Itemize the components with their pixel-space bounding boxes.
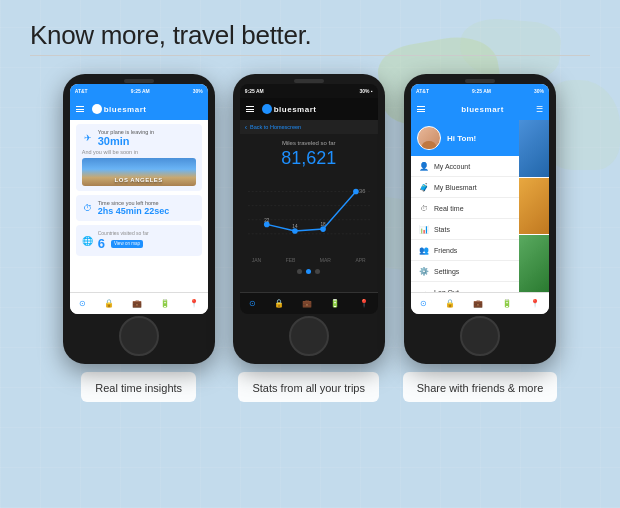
phone1-logo-icon xyxy=(92,104,102,114)
phone1-status-bar: AT&T 9:25 AM 30% xyxy=(70,84,208,98)
phones-row: AT&T 9:25 AM 30% bluesmart xyxy=(63,74,558,493)
phone2-tab-location-icon[interactable]: 📍 xyxy=(359,299,369,308)
headline-divider xyxy=(30,55,590,56)
phone1-navbar: bluesmart xyxy=(70,98,208,120)
phone1-caption: Real time insights xyxy=(95,382,182,394)
phone1-departure-card: ✈ Your plane is leaving in 30min And you… xyxy=(76,124,202,191)
tab-battery-icon[interactable]: 🔋 xyxy=(160,299,170,308)
tab-lock-icon[interactable]: 🔒 xyxy=(104,299,114,308)
phone2-tab-lock-icon[interactable]: 🔒 xyxy=(274,299,284,308)
phone2-back-chevron-icon: ‹ xyxy=(245,124,247,131)
phone3-menu-stats-label: Stats xyxy=(434,226,450,233)
phone3-navbar: bluesmart ☰ xyxy=(411,98,549,120)
tab-home-icon[interactable]: ⊙ xyxy=(79,299,86,308)
phone1-time: 9:25 AM xyxy=(131,88,150,94)
tab-location-icon[interactable]: 📍 xyxy=(189,299,199,308)
stats-icon: 📊 xyxy=(419,224,429,234)
phone1-wrapper: AT&T 9:25 AM 30% bluesmart xyxy=(63,74,215,402)
bag-icon: 🧳 xyxy=(419,182,429,192)
phone1-app-name: bluesmart xyxy=(104,105,147,114)
phone2-navbar: bluesmart xyxy=(240,98,378,120)
phone1-hamburger-icon xyxy=(76,106,84,112)
phone3-tab-battery-icon[interactable]: 🔋 xyxy=(502,299,512,308)
plane-icon: ✈ xyxy=(82,132,94,144)
phone3-thumb2 xyxy=(519,178,549,235)
phone3-tab-bag-icon[interactable]: 💼 xyxy=(473,299,483,308)
phone2-dots xyxy=(248,269,370,274)
settings-icon: ⚙️ xyxy=(419,266,429,276)
phone3-menu-realtime-label: Real time xyxy=(434,205,464,212)
phone1-caption-box: Real time insights xyxy=(81,372,196,402)
chart-label-jan: JAN xyxy=(252,257,261,263)
phone2-tab-home-icon[interactable]: ⊙ xyxy=(249,299,256,308)
dot3 xyxy=(315,269,320,274)
phone2-caption: Stats from all your trips xyxy=(252,382,364,394)
phone3-tab-home-icon[interactable]: ⊙ xyxy=(420,299,427,308)
phone3-menu-settings-label: Settings xyxy=(434,268,459,275)
phone1-time-value: 2hs 45min 22sec xyxy=(98,206,170,216)
phone3-carrier: AT&T xyxy=(416,88,429,94)
phone3-avatar xyxy=(417,126,441,150)
phone3-hi-text: Hi Tom! xyxy=(447,134,476,143)
phone3-menu-bluesmart-label: My Bluesmart xyxy=(434,184,477,191)
phone2-tab-battery-icon[interactable]: 🔋 xyxy=(330,299,340,308)
phone3-thumb3 xyxy=(519,235,549,292)
phone2-wrapper: 9:25 AM 30% ▪ bluesmart xyxy=(233,74,385,402)
chart-label-feb: FEB xyxy=(286,257,296,263)
svg-text:22: 22 xyxy=(264,218,270,223)
phone3-battery: 30% xyxy=(534,88,544,94)
phone3-caption: Share with friends & more xyxy=(417,382,544,394)
phone3-caption-box: Share with friends & more xyxy=(403,372,558,402)
dot2-active xyxy=(306,269,311,274)
phone3-tab-lock-icon[interactable]: 🔒 xyxy=(445,299,455,308)
phone1-time-card: ⏱ Time since you left home 2hs 45min 22s… xyxy=(76,195,202,221)
phone2-logo-icon xyxy=(262,104,272,114)
phone2-status-bar: 9:25 AM 30% ▪ xyxy=(240,84,378,98)
phone2-logo: bluesmart xyxy=(262,104,317,114)
phone2-screen: 9:25 AM 30% ▪ bluesmart xyxy=(240,84,378,314)
phone2-time: 9:25 AM xyxy=(245,88,264,94)
phone2-miles-label: Miles traveled so far xyxy=(248,140,370,146)
phone1-shell: AT&T 9:25 AM 30% bluesmart xyxy=(63,74,215,364)
phone2-caption-box: Stats from all your trips xyxy=(238,372,378,402)
phone3-time: 9:25 AM xyxy=(472,88,491,94)
phone2-back-text: Back to Homescreen xyxy=(250,124,301,130)
svg-text:14: 14 xyxy=(292,224,298,229)
phone2-bottom-tabs: ⊙ 🔒 💼 🔋 📍 xyxy=(240,292,378,314)
phone3-thumbnails xyxy=(519,120,549,292)
phone1-bottom-tabs: ⊙ 🔒 💼 🔋 📍 xyxy=(70,292,208,314)
phone3-tab-location-icon[interactable]: 📍 xyxy=(530,299,540,308)
phone2-chart: 36 22 14 18 xyxy=(248,175,370,255)
friends-icon: 👥 xyxy=(419,245,429,255)
dot1 xyxy=(297,269,302,274)
phone1-countries-value: 6 xyxy=(98,236,105,251)
page-content: Know more, travel better. AT&T 9:25 AM 3… xyxy=(0,0,620,508)
globe-icon: 🌐 xyxy=(82,235,94,247)
phone2-back-bar[interactable]: ‹ Back to Homescreen xyxy=(240,120,378,134)
phone3-menu-account-label: My Account xyxy=(434,163,470,170)
phone3-wrapper: AT&T 9:25 AM 30% bluesmart ☰ xyxy=(403,74,558,402)
tab-bag-icon[interactable]: 💼 xyxy=(132,299,142,308)
phone2-shell: 9:25 AM 30% ▪ bluesmart xyxy=(233,74,385,364)
phone2-miles-value: 81,621 xyxy=(248,148,370,169)
phone1-view-map-btn[interactable]: View on map xyxy=(111,240,143,248)
phone2-app-name: bluesmart xyxy=(274,105,317,114)
svg-point-11 xyxy=(353,189,359,195)
clock-icon: ⏱ xyxy=(82,202,94,214)
phone1-logo: bluesmart xyxy=(92,104,147,114)
phone1-city-image xyxy=(82,158,196,186)
phone3-bottom-tabs: ⊙ 🔒 💼 🔋 📍 xyxy=(411,292,549,314)
chart-label-apr: APR xyxy=(355,257,365,263)
phone2-battery: 30% ▪ xyxy=(360,88,373,94)
realtime-icon: ⏱ xyxy=(419,203,429,213)
phone1-city-label: And you will be soon in xyxy=(82,149,196,155)
phone3-menu-friends-label: Friends xyxy=(434,247,457,254)
phone3-thumb1 xyxy=(519,120,549,177)
phone2-tab-bag-icon[interactable]: 💼 xyxy=(302,299,312,308)
phone3-app-name: bluesmart xyxy=(461,105,504,114)
svg-text:36: 36 xyxy=(359,188,365,194)
phone3-menu-icon[interactable]: ☰ xyxy=(536,105,543,114)
phone1-countries-card: 🌐 Countries visited so far 6 View on map xyxy=(76,225,202,256)
phone1-content: ✈ Your plane is leaving in 30min And you… xyxy=(70,120,208,264)
account-icon: 👤 xyxy=(419,161,429,171)
